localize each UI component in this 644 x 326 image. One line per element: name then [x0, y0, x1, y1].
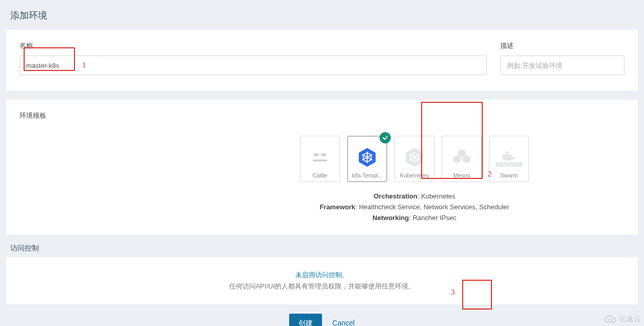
create-button[interactable]: 创建 [289, 314, 322, 326]
svg-point-27 [608, 319, 610, 320]
cattle-icon [309, 147, 331, 168]
svg-rect-1 [314, 153, 319, 156]
template-card-swarm[interactable]: EXPERIMENTAL Swarm [489, 136, 529, 182]
svg-rect-23 [503, 154, 505, 157]
watermark-text: 亿速云 [619, 315, 641, 324]
page-title: 添加环境 [0, 0, 644, 30]
svg-marker-20 [458, 150, 465, 157]
template-label: Kubernetes [400, 172, 429, 178]
svg-rect-0 [313, 159, 327, 160]
template-label: Swarm [500, 172, 518, 178]
template-row: Cattle [204, 136, 624, 182]
orchestration-value: Kubernetes [421, 192, 456, 200]
access-control-title: 访问控制 [10, 244, 634, 253]
experimental-badge: EXPERIMENTAL [496, 162, 522, 167]
check-icon [380, 132, 391, 143]
svg-rect-3 [313, 160, 327, 161]
name-input[interactable] [20, 56, 487, 75]
svg-rect-25 [509, 154, 512, 157]
svg-rect-24 [506, 154, 508, 157]
action-buttons: 创建 Cancel [0, 314, 644, 326]
swarm-icon: EXPERIMENTAL [498, 147, 520, 168]
description-input[interactable] [500, 56, 624, 75]
mesos-icon [451, 147, 472, 168]
framework-label: Framework [319, 203, 355, 211]
svg-rect-2 [321, 153, 326, 156]
cloud-icon [604, 315, 617, 324]
kubernetes-icon [356, 147, 378, 168]
template-card-mesos[interactable]: Mesos [442, 136, 482, 182]
orchestration-label: Orchestration [374, 192, 418, 200]
template-section-label: 环境模板 [20, 111, 624, 120]
networking-value: Rancher IPsec [412, 214, 456, 222]
cancel-button[interactable]: Cancel [332, 319, 355, 326]
framework-value: Healthcheck Service, Network Services, S… [359, 203, 509, 211]
name-label: 名称 [20, 41, 487, 50]
svg-marker-21 [453, 155, 461, 163]
svg-point-28 [611, 319, 613, 320]
svg-rect-26 [506, 151, 508, 154]
access-control-subtext: 任何访问API/UI的人都具有管理员权限，并能够使用任意环境。 [20, 282, 624, 291]
template-label: Mesos [453, 172, 470, 178]
svg-marker-22 [463, 155, 470, 163]
template-label: k8s-Templ... [352, 172, 382, 178]
access-control-panel: 未启用访问控制。 任何访问API/UI的人都具有管理员权限，并能够使用任意环境。 [6, 257, 638, 304]
name-desc-panel: 名称 描述 [6, 30, 638, 90]
watermark: 亿速云 [604, 315, 641, 324]
template-card-cattle[interactable]: Cattle [300, 136, 340, 182]
networking-label: Networking [372, 214, 409, 222]
template-label: Cattle [313, 172, 328, 178]
kubernetes-icon [404, 147, 425, 168]
template-card-kubernetes[interactable]: Kubernetes [394, 136, 434, 182]
access-control-link[interactable]: 未启用访问控制。 [20, 270, 624, 280]
description-label: 描述 [500, 41, 624, 50]
template-card-k8s-template[interactable]: k8s-Templ... [347, 136, 387, 182]
template-panel: 环境模板 Cattle [6, 100, 638, 234]
template-meta: Orchestration: Kubernetes Framework: Hea… [204, 191, 624, 223]
